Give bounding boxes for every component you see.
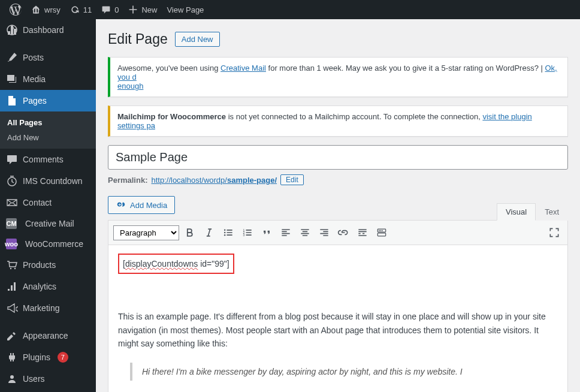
svg-point-5: [224, 230, 226, 231]
svg-point-3: [14, 268, 16, 269]
woo-icon: woo: [6, 239, 17, 249]
sidebar-item-ims[interactable]: IMS Countdown: [0, 170, 96, 192]
editor-blockquote: Hi there! I'm a bike messenger by day, a…: [130, 363, 546, 381]
svg-point-2: [10, 268, 11, 269]
italic-button[interactable]: [201, 224, 218, 241]
wp-logo[interactable]: [5, 0, 26, 19]
editor-body[interactable]: [displayCountdowns id="99"] This is an e…: [108, 245, 567, 392]
link-enough[interactable]: enough: [117, 82, 143, 91]
editor-paragraph: This is an example page. It's different …: [118, 310, 558, 350]
view-page-link[interactable]: View Page: [162, 0, 209, 19]
svg-rect-14: [380, 230, 382, 231]
plugins-badge: 7: [58, 352, 68, 363]
format-select[interactable]: Paragraph: [113, 225, 179, 240]
svg-text:3: 3: [243, 233, 245, 237]
sidebar-item-comments[interactable]: Comments: [0, 149, 96, 170]
svg-point-7: [224, 234, 226, 236]
add-media-button[interactable]: Add Media: [108, 196, 175, 214]
tab-visual[interactable]: Visual: [497, 203, 536, 221]
pages-submenu: All Pages Add New: [0, 111, 96, 149]
edit-permalink-button[interactable]: Edit: [280, 174, 304, 185]
tab-text[interactable]: Text: [536, 203, 568, 221]
fullscreen-button[interactable]: [546, 224, 563, 241]
permalink: Permalink: http://localhost/wordp/sample…: [108, 174, 568, 185]
editor-toolbar: Paragraph 123: [108, 221, 567, 245]
new-link[interactable]: New: [123, 0, 162, 19]
shortcode-highlight: [displayCountdowns id="99"]: [118, 254, 234, 274]
comments-link[interactable]: 0: [96, 0, 123, 19]
admin-topbar: wrsy 11 0 New View Page: [0, 0, 580, 19]
admin-sidebar: Dashboard Posts Media Pages All Pages Ad…: [0, 19, 96, 392]
submenu-add-new[interactable]: Add New: [0, 130, 96, 145]
sidebar-item-dashboard[interactable]: Dashboard: [0, 19, 96, 41]
link-creative-mail[interactable]: Creative Mail: [220, 64, 266, 73]
submenu-all-pages[interactable]: All Pages: [0, 115, 96, 130]
align-right-button[interactable]: [316, 224, 333, 241]
notice-creative-mail: Awesome, you've been using Creative Mail…: [108, 57, 568, 97]
new-label: New: [141, 5, 157, 14]
sidebar-item-media[interactable]: Media: [0, 68, 96, 90]
toolbar-toggle-button[interactable]: [373, 224, 390, 241]
sidebar-item-creative-mail[interactable]: CMCreative Mail: [0, 213, 96, 234]
sidebar-item-marketing[interactable]: Marketing: [0, 297, 96, 319]
notice-mailchimp: Mailchimp for Woocommerce is not yet con…: [108, 105, 568, 137]
align-left-button[interactable]: [277, 224, 294, 241]
align-center-button[interactable]: [297, 224, 313, 241]
comments-count: 0: [114, 5, 119, 14]
sidebar-item-posts[interactable]: Posts: [0, 47, 96, 68]
permalink-link[interactable]: http://localhost/wordp/sample-page/: [151, 176, 277, 185]
cm-icon: CM: [6, 218, 17, 229]
readmore-button[interactable]: [354, 224, 371, 241]
updates-count: 11: [83, 5, 92, 14]
svg-point-6: [224, 232, 226, 234]
sidebar-item-products[interactable]: Products: [0, 254, 96, 276]
quote-button[interactable]: [258, 224, 275, 241]
updates-link[interactable]: 11: [65, 0, 96, 19]
sidebar-item-contact[interactable]: Contact: [0, 192, 96, 213]
sidebar-item-analytics[interactable]: Analytics: [0, 276, 96, 297]
post-title-input[interactable]: [108, 145, 568, 170]
sidebar-item-users[interactable]: Users: [0, 368, 96, 390]
link-button[interactable]: [335, 224, 352, 241]
sidebar-item-plugins[interactable]: Plugins7: [0, 346, 96, 368]
editor-tabs: Visual Text: [497, 203, 568, 221]
add-new-button[interactable]: Add New: [175, 32, 220, 47]
ol-button[interactable]: 123: [239, 224, 256, 241]
page-title: Edit Page: [108, 31, 168, 47]
sidebar-item-pages[interactable]: Pages: [0, 90, 96, 111]
svg-rect-12: [377, 233, 385, 236]
sidebar-item-appearance[interactable]: Appearance: [0, 325, 96, 346]
bold-button[interactable]: [182, 224, 198, 241]
ul-button[interactable]: [220, 224, 237, 241]
site-link[interactable]: wrsy: [26, 0, 65, 19]
main-content: Edit Page Add New Awesome, you've been u…: [96, 19, 580, 392]
media-icon: [116, 200, 126, 210]
svg-point-4: [10, 375, 14, 379]
sidebar-item-woocommerce[interactable]: wooWooCommerce: [0, 234, 96, 254]
svg-rect-13: [379, 230, 380, 231]
site-name: wrsy: [44, 5, 61, 14]
svg-rect-15: [382, 230, 383, 231]
editor: Paragraph 123 [displayCountdowns id="99"…: [108, 220, 568, 392]
